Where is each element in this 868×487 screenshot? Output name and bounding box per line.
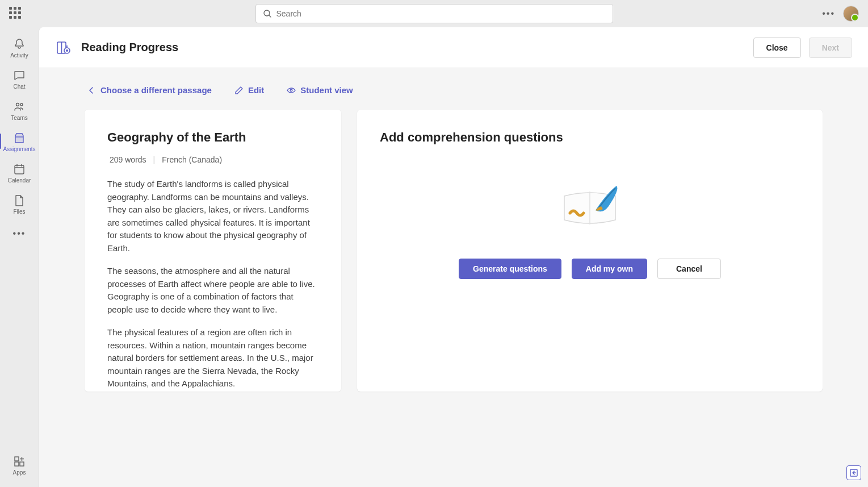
rail-label: Teams	[11, 115, 27, 121]
rail-more-icon[interactable]: •••	[13, 223, 26, 244]
rail-label: Files	[13, 209, 25, 215]
pencil-icon	[234, 86, 244, 95]
rail-label: Apps	[13, 469, 26, 476]
search-input[interactable]	[276, 9, 606, 18]
passage-card: Geography of the Earth 209 words | Frenc…	[85, 110, 341, 392]
app-rail: Activity Chat Teams Assignments Calendar…	[0, 27, 39, 487]
rail-chat[interactable]: Chat	[0, 64, 39, 93]
divider: |	[153, 155, 156, 164]
chat-icon	[12, 69, 26, 82]
more-options-icon[interactable]: •••	[822, 9, 835, 19]
search-icon	[263, 9, 272, 18]
assignments-icon	[12, 131, 26, 145]
teams-icon	[12, 100, 26, 114]
svg-rect-6	[20, 462, 24, 466]
avatar[interactable]	[843, 6, 859, 22]
next-button: Next	[809, 38, 852, 58]
rail-label: Chat	[13, 84, 25, 90]
apps-icon	[12, 455, 26, 468]
rail-apps[interactable]: Apps	[0, 450, 39, 487]
page-title: Reading Progress	[81, 41, 178, 54]
comprehension-buttons: Generate questions Add my own Cancel	[380, 259, 800, 279]
comprehension-illustration	[380, 179, 800, 236]
generate-questions-button[interactable]: Generate questions	[459, 259, 561, 279]
eye-icon	[287, 86, 296, 95]
svg-point-10	[66, 49, 68, 52]
action-label: Edit	[248, 85, 264, 95]
svg-point-2	[16, 103, 19, 106]
reading-progress-icon	[55, 39, 72, 56]
file-icon	[12, 194, 26, 207]
rail-label: Activity	[10, 52, 28, 59]
rail-label: Assignments	[3, 146, 35, 152]
chevron-left-icon	[87, 86, 96, 95]
search-box[interactable]	[255, 4, 613, 23]
page-body: Choose a different passage Edit Student …	[39, 68, 868, 487]
word-count: 209 words	[110, 155, 146, 164]
passage-title: Geography of the Earth	[107, 130, 318, 145]
calendar-icon	[12, 163, 26, 176]
passage-paragraph: The study of Earth's landforms is called…	[107, 178, 318, 255]
svg-point-3	[20, 103, 23, 106]
rail-activity[interactable]: Activity	[0, 33, 39, 62]
action-links: Choose a different passage Edit Student …	[85, 85, 823, 95]
rail-label: Calendar	[8, 177, 31, 184]
main-content: Reading Progress Close Next Choose a dif…	[39, 27, 868, 487]
passage-meta: 209 words | French (Canada)	[107, 155, 318, 164]
passage-language: French (Canada)	[162, 155, 222, 164]
svg-rect-7	[15, 462, 19, 466]
svg-point-11	[290, 89, 292, 91]
svg-point-0	[264, 10, 270, 16]
rail-calendar[interactable]: Calendar	[0, 158, 39, 187]
svg-rect-5	[15, 457, 19, 461]
passage-paragraph: The seasons, the atmosphere and all the …	[107, 265, 318, 316]
close-button[interactable]: Close	[753, 38, 801, 58]
action-label: Choose a different passage	[100, 85, 212, 95]
title-bar: •••	[0, 0, 868, 27]
rail-files[interactable]: Files	[0, 189, 39, 218]
rail-assignments[interactable]: Assignments	[0, 127, 39, 156]
bell-icon	[12, 38, 26, 51]
svg-line-1	[269, 15, 271, 17]
edit-link[interactable]: Edit	[234, 85, 264, 95]
panel-collapse-icon[interactable]	[846, 465, 861, 480]
passage-body: The study of Earth's landforms is called…	[107, 178, 318, 390]
passage-paragraph: The physical features of a region are of…	[107, 326, 318, 390]
comprehension-card: Add comprehension questions Generate qu	[357, 110, 823, 392]
comprehension-title: Add comprehension questions	[380, 130, 800, 145]
page-header: Reading Progress Close Next	[39, 27, 868, 68]
add-my-own-button[interactable]: Add my own	[572, 259, 647, 279]
rail-teams[interactable]: Teams	[0, 95, 39, 124]
student-view-link[interactable]: Student view	[287, 85, 353, 95]
svg-rect-4	[15, 165, 24, 174]
app-launcher-icon[interactable]	[9, 7, 23, 20]
action-label: Student view	[300, 85, 353, 95]
cancel-button[interactable]: Cancel	[657, 259, 721, 279]
choose-passage-link[interactable]: Choose a different passage	[87, 85, 212, 95]
